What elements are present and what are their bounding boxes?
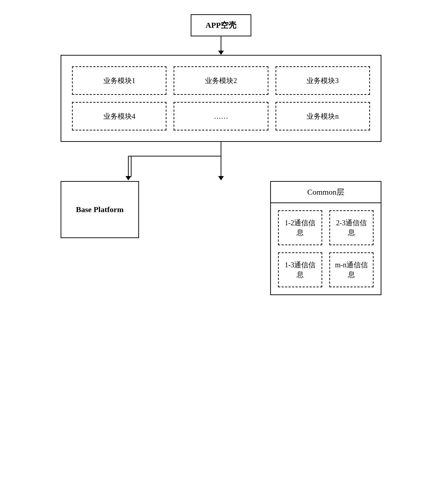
common-layer-header: Common层 — [271, 182, 381, 203]
biz-module-3: 业务模块3 — [276, 66, 370, 95]
branch-svg-overlay — [61, 142, 381, 181]
app-shell-label: APP空壳 — [206, 21, 237, 30]
svg-marker-11 — [218, 176, 224, 180]
branch-connector — [61, 142, 381, 181]
comm-module-1: 1-2通信信息 — [278, 210, 322, 245]
biz-module-1: 业务模块1 — [72, 66, 166, 95]
comm-module-3: 1-3通信信息 — [278, 252, 322, 287]
base-platform-label: Base Platform — [76, 205, 124, 214]
comm-module-2: 2-3通信信息 — [329, 210, 374, 245]
biz-module-2: 业务模块2 — [174, 66, 268, 95]
svg-marker-9 — [125, 176, 131, 180]
biz-module-ellipsis: …… — [174, 102, 268, 130]
biz-modules-container: 业务模块1 业务模块2 业务模块3 业务模块4 …… 业务模块n — [61, 55, 381, 142]
arrow-head — [218, 51, 224, 55]
arrow-app-to-biz — [218, 36, 224, 55]
common-layer-body: 1-2通信信息 2-3通信信息 1-3通信信息 m-n通信信息 — [271, 203, 381, 294]
biz-module-n: 业务模块n — [276, 102, 370, 130]
comm-module-4: m-n通信信息 — [329, 252, 374, 287]
base-platform-box: Base Platform — [61, 181, 139, 238]
common-layer-container: Common层 1-2通信信息 2-3通信信息 1-3通信信息 m-n通信信息 — [270, 181, 381, 295]
diagram-container: APP空壳 业务模块1 业务模块2 业务模块3 业务模块4 …… 业务模块n — [61, 14, 381, 295]
app-shell-box: APP空壳 — [191, 14, 252, 36]
base-platform-wrapper: Base Platform — [61, 181, 139, 238]
biz-module-4: 业务模块4 — [72, 102, 166, 130]
lower-section: Base Platform Common层 1-2通信信息 2-3通信信息 1-… — [61, 181, 381, 295]
arrow-line — [221, 36, 221, 51]
